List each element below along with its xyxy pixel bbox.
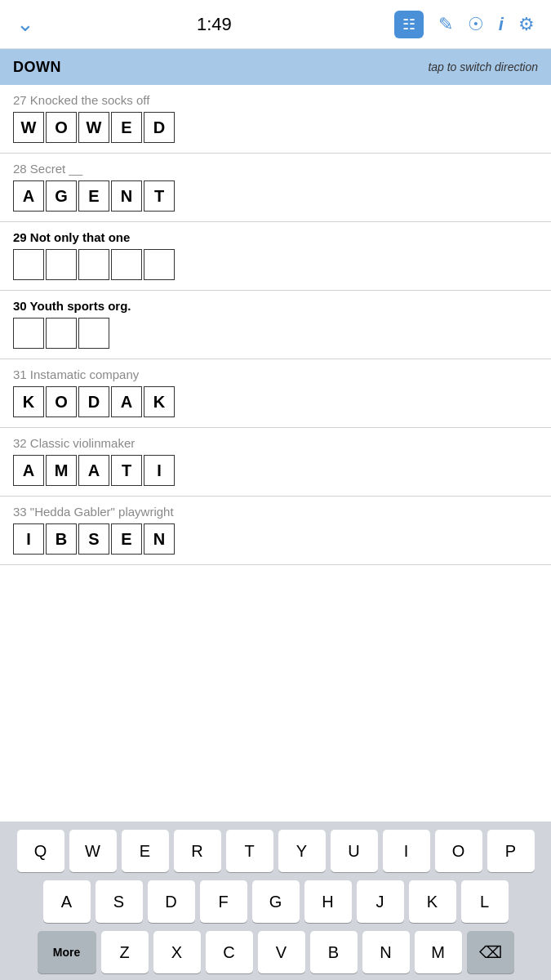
- direction-label: DOWN: [13, 59, 61, 76]
- key-j[interactable]: J: [357, 880, 404, 923]
- letter-box[interactable]: O: [46, 112, 77, 143]
- key-q[interactable]: Q: [17, 830, 64, 872]
- keyboard-row-1: Q W E R T Y U I O P: [3, 830, 548, 872]
- help-icon[interactable]: ☉: [468, 14, 484, 35]
- letter-box[interactable]: T: [111, 455, 142, 486]
- letter-box[interactable]: A: [111, 386, 142, 417]
- delete-key[interactable]: ⌫: [467, 931, 514, 973]
- key-c[interactable]: C: [206, 931, 253, 973]
- letter-box[interactable]: G: [46, 180, 77, 212]
- letter-box[interactable]: N: [144, 523, 175, 555]
- key-d[interactable]: D: [148, 880, 195, 923]
- key-a[interactable]: A: [43, 880, 91, 923]
- letter-box[interactable]: [46, 318, 77, 349]
- letter-box[interactable]: E: [111, 112, 142, 143]
- letter-box[interactable]: D: [144, 112, 175, 143]
- status-time: 1:49: [197, 14, 232, 35]
- letter-box[interactable]: A: [78, 455, 109, 486]
- letter-box[interactable]: [144, 249, 175, 280]
- key-i[interactable]: I: [383, 830, 430, 872]
- clue-number-28: 28 Secret __: [13, 162, 538, 176]
- back-chevron-icon[interactable]: ⌄: [16, 11, 34, 37]
- direction-banner[interactable]: DOWN tap to switch direction: [0, 49, 551, 85]
- letter-box[interactable]: S: [78, 523, 109, 555]
- key-e[interactable]: E: [122, 830, 169, 872]
- tap-to-switch-hint: tap to switch direction: [428, 60, 538, 74]
- key-k[interactable]: K: [409, 880, 456, 923]
- letter-box[interactable]: [46, 249, 77, 280]
- letter-box[interactable]: [13, 318, 44, 349]
- letter-box[interactable]: W: [78, 112, 109, 143]
- letter-box[interactable]: [13, 249, 44, 280]
- letter-box[interactable]: N: [111, 180, 142, 212]
- key-l[interactable]: L: [461, 880, 509, 923]
- letter-boxes-33: I B S E N: [13, 523, 538, 555]
- letter-box[interactable]: I: [13, 523, 44, 555]
- letter-boxes-31: K O D A K: [13, 386, 538, 417]
- keyboard: Q W E R T Y U I O P A S D F G H J K L Mo…: [0, 822, 551, 980]
- key-b[interactable]: B: [310, 931, 358, 973]
- letter-boxes-30: [13, 318, 538, 349]
- clue-item-32[interactable]: 32 Classic violinmaker A M A T I: [0, 428, 551, 497]
- key-f[interactable]: F: [200, 880, 247, 923]
- list-icon[interactable]: ☷: [394, 11, 424, 38]
- key-p[interactable]: P: [487, 830, 535, 872]
- key-y[interactable]: Y: [278, 830, 326, 872]
- clue-number-31: 31 Instamatic company: [13, 368, 538, 381]
- key-h[interactable]: H: [304, 880, 352, 923]
- toolbar: ☷ ✎ ☉ i ⚙: [394, 11, 535, 38]
- letter-box[interactable]: [111, 249, 142, 280]
- clue-number-32: 32 Classic violinmaker: [13, 436, 538, 450]
- letter-box[interactable]: A: [13, 180, 44, 212]
- letter-box[interactable]: D: [78, 386, 109, 417]
- letter-box[interactable]: B: [46, 523, 77, 555]
- letter-boxes-27: W O W E D: [13, 112, 538, 143]
- clue-item-28[interactable]: 28 Secret __ A G E N T: [0, 154, 551, 222]
- pencil-icon[interactable]: ✎: [438, 14, 453, 35]
- clue-number-33: 33 "Hedda Gabler" playwright: [13, 505, 538, 519]
- key-n[interactable]: N: [362, 931, 410, 973]
- keyboard-row-2: A S D F G H J K L: [3, 880, 548, 923]
- letter-box[interactable]: I: [144, 455, 175, 486]
- letter-boxes-28: A G E N T: [13, 180, 538, 212]
- key-o[interactable]: O: [435, 830, 482, 872]
- key-w[interactable]: W: [69, 830, 117, 872]
- letter-box[interactable]: [78, 318, 109, 349]
- key-s[interactable]: S: [96, 880, 143, 923]
- more-button[interactable]: More: [38, 931, 96, 973]
- clue-number-30: 30 Youth sports org.: [13, 299, 538, 313]
- keyboard-row-3: More Z X C V B N M ⌫: [3, 931, 548, 973]
- letter-box[interactable]: K: [144, 386, 175, 417]
- letter-box[interactable]: K: [13, 386, 44, 417]
- clue-item-36[interactable]: 36 Giving a pat on the back, say: [0, 565, 551, 567]
- back-button[interactable]: ⌄: [16, 11, 34, 37]
- letter-box[interactable]: E: [111, 523, 142, 555]
- clue-list: 27 Knocked the socks off W O W E D 28 Se…: [0, 85, 551, 567]
- key-m[interactable]: M: [415, 931, 462, 973]
- clue-item-31[interactable]: 31 Instamatic company K O D A K: [0, 359, 551, 428]
- letter-boxes-32: A M A T I: [13, 455, 538, 486]
- letter-box[interactable]: E: [78, 180, 109, 212]
- status-bar: ⌄ 1:49 ☷ ✎ ☉ i ⚙: [0, 0, 551, 49]
- key-z[interactable]: Z: [101, 931, 149, 973]
- settings-icon[interactable]: ⚙: [518, 14, 535, 35]
- letter-box[interactable]: A: [13, 455, 44, 486]
- key-v[interactable]: V: [258, 931, 305, 973]
- clue-item-29[interactable]: 29 Not only that one: [0, 222, 551, 291]
- letter-box[interactable]: [78, 249, 109, 280]
- letter-boxes-29: [13, 249, 538, 280]
- letter-box[interactable]: O: [46, 386, 77, 417]
- info-icon[interactable]: i: [499, 14, 504, 35]
- key-u[interactable]: U: [331, 830, 378, 872]
- letter-box[interactable]: M: [46, 455, 77, 486]
- clue-item-27[interactable]: 27 Knocked the socks off W O W E D: [0, 85, 551, 154]
- key-g[interactable]: G: [252, 880, 300, 923]
- key-x[interactable]: X: [153, 931, 201, 973]
- key-t[interactable]: T: [226, 830, 273, 872]
- letter-box[interactable]: W: [13, 112, 44, 143]
- letter-box[interactable]: T: [144, 180, 175, 212]
- clue-number-29: 29 Not only that one: [13, 230, 538, 244]
- clue-item-33[interactable]: 33 "Hedda Gabler" playwright I B S E N: [0, 497, 551, 565]
- clue-item-30[interactable]: 30 Youth sports org.: [0, 291, 551, 359]
- key-r[interactable]: R: [174, 830, 221, 872]
